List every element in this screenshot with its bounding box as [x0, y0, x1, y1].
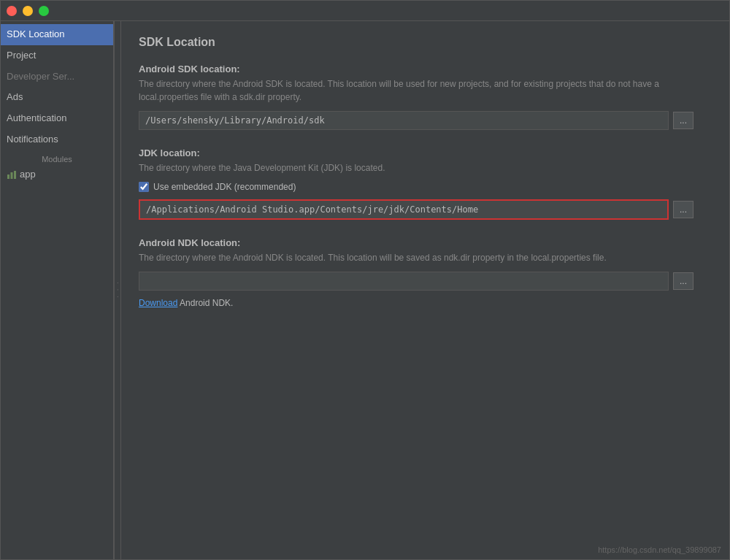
sidebar-item-project[interactable]: Project: [1, 45, 113, 66]
main-panel: SDK Location Android SDK location: The d…: [121, 21, 729, 559]
sidebar-item-notifications[interactable]: Notifications: [1, 129, 113, 150]
close-button[interactable]: [7, 6, 17, 16]
maximize-button[interactable]: [39, 6, 49, 16]
jdk-path-input[interactable]: [139, 199, 669, 220]
ndk-download-row: Download Android NDK.: [139, 298, 712, 308]
android-sdk-path-input[interactable]: [139, 111, 669, 130]
title-bar: [1, 1, 729, 21]
sidebar-item-ads[interactable]: Ads: [1, 87, 113, 108]
modules-section-label: Modules: [1, 150, 113, 165]
content-area: SDK Location Project Developer Ser... Ad…: [1, 21, 729, 559]
android-sdk-description: The directory where the Android SDK is l…: [139, 77, 694, 104]
android-ndk-browse-button[interactable]: ...: [673, 272, 694, 290]
android-ndk-input-row: ...: [139, 272, 694, 291]
android-sdk-input-row: ...: [139, 111, 694, 130]
download-ndk-link[interactable]: Download: [139, 298, 177, 308]
sidebar-item-app[interactable]: app: [1, 165, 113, 185]
android-sdk-title: Android SDK location:: [139, 64, 712, 74]
embedded-jdk-checkbox[interactable]: [139, 182, 149, 192]
jdk-description: The directory where the Java Development…: [139, 161, 694, 174]
embedded-jdk-label: Use embedded JDK (recommended): [153, 182, 296, 192]
bar-chart-icon: [7, 169, 17, 180]
svg-rect-1: [11, 172, 13, 179]
sidebar-item-developer-services[interactable]: Developer Ser...: [1, 66, 113, 88]
minimize-button[interactable]: [23, 6, 33, 16]
android-ndk-path-input[interactable]: [139, 272, 669, 291]
android-ndk-section: Android NDK location: The directory wher…: [139, 237, 712, 308]
sidebar-item-authentication[interactable]: Authentication: [1, 108, 113, 129]
android-sdk-browse-button[interactable]: ...: [673, 112, 694, 129]
android-ndk-description: The directory where the Android NDK is l…: [139, 251, 694, 264]
sidebar-resize-handle[interactable]: · · ·: [114, 21, 121, 559]
android-sdk-section: Android SDK location: The directory wher…: [139, 64, 712, 130]
download-ndk-suffix: Android NDK.: [177, 298, 233, 308]
footer-url: https://blog.csdn.net/qq_39899087: [598, 545, 721, 554]
divider-indicator: · · ·: [114, 282, 122, 299]
jdk-section: JDK location: The directory where the Ja…: [139, 147, 712, 220]
jdk-input-row: ...: [139, 199, 694, 220]
svg-rect-2: [14, 171, 16, 179]
page-title: SDK Location: [139, 36, 712, 49]
sidebar-item-sdk-location[interactable]: SDK Location: [1, 24, 113, 45]
android-ndk-title: Android NDK location:: [139, 237, 712, 248]
jdk-browse-button[interactable]: ...: [673, 201, 694, 218]
sidebar: SDK Location Project Developer Ser... Ad…: [1, 21, 114, 559]
jdk-checkbox-row: Use embedded JDK (recommended): [139, 182, 712, 192]
jdk-title: JDK location:: [139, 147, 712, 158]
svg-rect-0: [7, 174, 9, 179]
